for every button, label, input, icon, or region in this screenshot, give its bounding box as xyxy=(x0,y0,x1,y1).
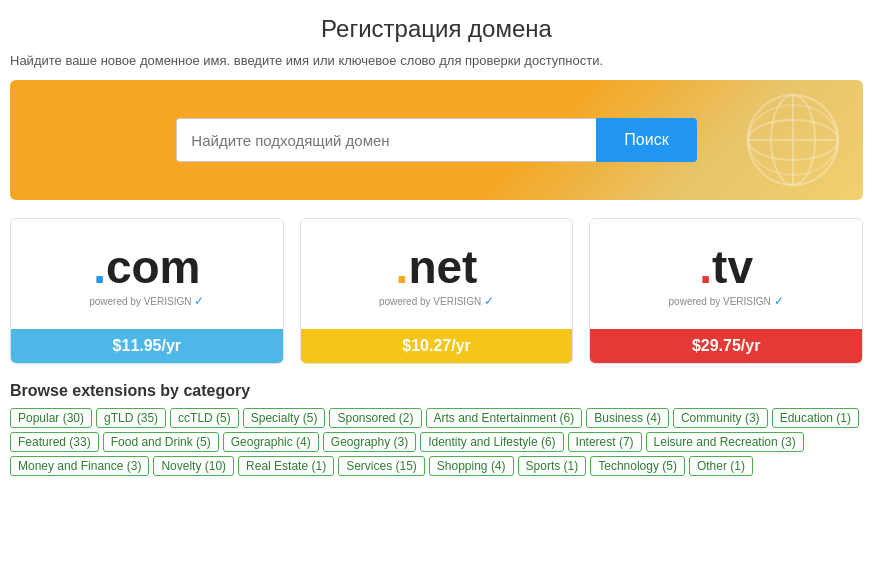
category-tag[interactable]: Featured (33) xyxy=(10,432,99,452)
globe-icon xyxy=(743,90,843,190)
category-tag[interactable]: Geography (3) xyxy=(323,432,416,452)
category-tag[interactable]: gTLD (35) xyxy=(96,408,166,428)
category-tag[interactable]: Geographic (4) xyxy=(223,432,319,452)
search-banner: Поиск xyxy=(10,80,863,200)
category-tag[interactable]: ccTLD (5) xyxy=(170,408,239,428)
subtitle: Найдите ваше новое доменное имя. введите… xyxy=(10,53,863,68)
page-title: Регистрация домена xyxy=(10,15,863,43)
domain-dot-tv: . xyxy=(699,241,712,293)
category-tag[interactable]: Money and Finance (3) xyxy=(10,456,149,476)
verisign-check-icon-com: ✓ xyxy=(194,294,204,308)
category-tag[interactable]: Arts and Entertainment (6) xyxy=(426,408,583,428)
domain-dot-com: . xyxy=(93,241,106,293)
category-tag[interactable]: Business (4) xyxy=(586,408,669,428)
category-tag[interactable]: Identity and Lifestyle (6) xyxy=(420,432,563,452)
category-tag[interactable]: Popular (30) xyxy=(10,408,92,428)
browse-title: Browse extensions by category xyxy=(10,382,863,400)
category-tag[interactable]: Services (15) xyxy=(338,456,425,476)
category-tag[interactable]: Sponsored (2) xyxy=(329,408,421,428)
category-tag[interactable]: Real Estate (1) xyxy=(238,456,334,476)
domain-card-com[interactable]: .com powered by VERISIGN ✓ $11.95/yr xyxy=(10,218,284,364)
domain-card-net[interactable]: .net powered by VERISIGN ✓ $10.27/yr xyxy=(300,218,574,364)
verisign-check-icon-tv: ✓ xyxy=(774,294,784,308)
browse-section: Browse extensions by category Popular (3… xyxy=(10,382,863,476)
category-tag[interactable]: Leisure and Recreation (3) xyxy=(646,432,804,452)
category-tag[interactable]: Specialty (5) xyxy=(243,408,326,428)
search-input[interactable] xyxy=(176,118,596,162)
domain-dot-net: . xyxy=(396,241,409,293)
category-tag[interactable]: Other (1) xyxy=(689,456,753,476)
domain-name-tv: .tv xyxy=(699,244,753,290)
category-tag[interactable]: Novelty (10) xyxy=(153,456,234,476)
domain-name-net: .net xyxy=(396,244,478,290)
category-tag[interactable]: Community (3) xyxy=(673,408,768,428)
verisign-badge-net: powered by VERISIGN ✓ xyxy=(379,294,494,308)
search-row: Поиск xyxy=(176,118,696,162)
domain-name-com: .com xyxy=(93,244,200,290)
search-button[interactable]: Поиск xyxy=(596,118,696,162)
category-tag[interactable]: Shopping (4) xyxy=(429,456,514,476)
category-tag[interactable]: Education (1) xyxy=(772,408,859,428)
domain-price-com: $11.95/yr xyxy=(11,329,283,363)
page-wrapper: Регистрация домена Найдите ваше новое до… xyxy=(0,0,873,486)
category-tag[interactable]: Sports (1) xyxy=(518,456,587,476)
domain-card-body-tv: .tv powered by VERISIGN ✓ xyxy=(590,219,862,329)
domain-card-body-com: .com powered by VERISIGN ✓ xyxy=(11,219,283,329)
domain-card-body-net: .net powered by VERISIGN ✓ xyxy=(301,219,573,329)
domain-price-net: $10.27/yr xyxy=(301,329,573,363)
domain-cards: .com powered by VERISIGN ✓ $11.95/yr .ne… xyxy=(10,218,863,364)
domain-price-tv: $29.75/yr xyxy=(590,329,862,363)
category-tag[interactable]: Interest (7) xyxy=(568,432,642,452)
category-tag[interactable]: Food and Drink (5) xyxy=(103,432,219,452)
verisign-check-icon-net: ✓ xyxy=(484,294,494,308)
category-tag[interactable]: Technology (5) xyxy=(590,456,685,476)
domain-card-tv[interactable]: .tv powered by VERISIGN ✓ $29.75/yr xyxy=(589,218,863,364)
verisign-badge-tv: powered by VERISIGN ✓ xyxy=(669,294,784,308)
tags-grid: Popular (30)gTLD (35)ccTLD (5)Specialty … xyxy=(10,408,863,476)
verisign-badge-com: powered by VERISIGN ✓ xyxy=(89,294,204,308)
